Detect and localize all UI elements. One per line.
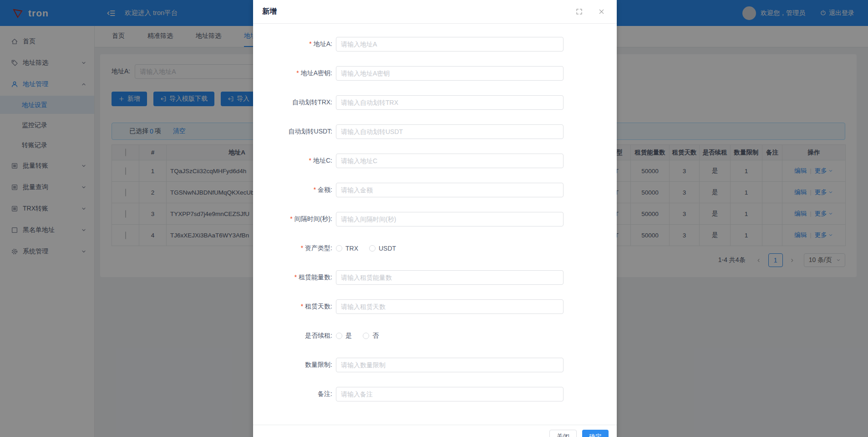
form-row-12: 备注:	[253, 387, 617, 401]
field-input[interactable]	[336, 124, 563, 139]
form-row-5: *金额:	[253, 183, 617, 197]
field-label: *地址C:	[253, 157, 332, 165]
radio-circle-icon[interactable]	[369, 245, 376, 252]
radio-option-label: TRX	[345, 245, 358, 252]
form-row-2: 自动划转TRX:	[253, 95, 617, 110]
form-row-8: *租赁能量数:	[253, 270, 617, 285]
required-marker: *	[296, 69, 299, 77]
field-input[interactable]	[336, 358, 563, 372]
field-label: 备注:	[253, 390, 332, 398]
required-marker: *	[314, 186, 316, 193]
modal-footer: 关闭 确定	[253, 425, 617, 437]
field-control	[336, 270, 563, 285]
modal-title: 新增	[262, 7, 277, 16]
field-control	[336, 299, 563, 314]
radio-circle-icon[interactable]	[336, 245, 342, 252]
form-row-0: *地址A:	[253, 37, 617, 51]
form-row-11: 数量限制:	[253, 358, 617, 372]
radio-circle-icon[interactable]	[336, 333, 342, 339]
field-input[interactable]	[336, 37, 563, 51]
field-label: *租赁能量数:	[253, 273, 332, 282]
field-input[interactable]	[336, 95, 563, 110]
field-input[interactable]	[336, 270, 563, 285]
cancel-button[interactable]: 关闭	[549, 430, 577, 437]
required-marker: *	[301, 303, 303, 310]
field-label-text: 地址A:	[314, 40, 332, 47]
field-control	[336, 387, 563, 401]
close-glyph	[598, 8, 605, 15]
radio-option-1[interactable]: USDT	[369, 245, 396, 252]
modal-tools	[573, 5, 608, 18]
field-label-text: 租赁能量数:	[299, 273, 332, 281]
radio-option-0[interactable]: 是	[336, 332, 352, 340]
field-label-text: 数量限制:	[305, 361, 332, 368]
close-icon[interactable]	[595, 5, 608, 18]
form-row-10: 是否续租:是否	[253, 329, 617, 343]
field-input[interactable]	[336, 154, 563, 168]
field-label: *资产类型:	[253, 244, 332, 252]
field-label: 数量限制:	[253, 361, 332, 369]
field-label: 自动划转USDT:	[253, 128, 332, 136]
app-root: tron 欢迎进入 tron平台 欢迎您，管理员 退出登录 首页地址筛选地址管理…	[0, 0, 868, 437]
field-label-text: 金额:	[318, 186, 332, 193]
radio-option-0[interactable]: TRX	[336, 245, 358, 252]
field-label-text: 地址C:	[313, 157, 332, 164]
form-row-1: *地址A密钥:	[253, 66, 617, 81]
field-control	[336, 95, 563, 110]
form-row-9: *租赁天数:	[253, 299, 617, 314]
field-control	[336, 37, 563, 51]
fullscreen-icon[interactable]	[573, 5, 585, 18]
field-control	[336, 66, 563, 81]
modal-header: 新增	[253, 0, 617, 24]
required-marker: *	[309, 157, 311, 164]
required-marker: *	[309, 40, 311, 47]
field-label-text: 自动划转TRX:	[292, 98, 332, 106]
field-control	[336, 183, 563, 197]
field-label: *地址A密钥:	[253, 69, 332, 77]
field-input[interactable]	[336, 299, 563, 314]
add-modal: 新增 *地址A:*地址A密钥:自动划转TRX:自动划转USDT:*地址C:*金额…	[253, 0, 617, 437]
field-control	[336, 154, 563, 168]
field-control: TRXUSDT	[336, 245, 407, 252]
form-row-3: 自动划转USDT:	[253, 124, 617, 139]
modal-form: *地址A:*地址A密钥:自动划转TRX:自动划转USDT:*地址C:*金额:*间…	[253, 24, 617, 401]
expand-glyph	[576, 8, 583, 15]
field-input[interactable]	[336, 387, 563, 401]
field-label: *租赁天数:	[253, 303, 332, 311]
form-row-6: *间隔时间(秒):	[253, 212, 617, 226]
field-label-text: 间隔时间(秒):	[294, 215, 332, 222]
radio-option-label: 否	[372, 332, 379, 340]
required-marker: *	[290, 215, 292, 222]
field-label-text: 备注:	[318, 390, 332, 397]
field-control: 是否	[336, 332, 390, 340]
required-marker: *	[301, 244, 303, 252]
radio-option-label: 是	[345, 332, 352, 340]
required-marker: *	[294, 273, 297, 281]
radio-option-label: USDT	[379, 245, 396, 252]
field-label-text: 自动划转USDT:	[289, 128, 332, 135]
field-control	[336, 212, 563, 226]
field-label-text: 租赁天数:	[305, 303, 332, 310]
field-label: *间隔时间(秒):	[253, 215, 332, 223]
field-control	[336, 358, 563, 372]
form-row-7: *资产类型:TRXUSDT	[253, 241, 617, 256]
field-label: 自动划转TRX:	[253, 98, 332, 107]
radio-circle-icon[interactable]	[363, 333, 369, 339]
field-label-text: 地址A密钥:	[301, 69, 332, 77]
radio-option-1[interactable]: 否	[363, 332, 379, 340]
field-label: *金额:	[253, 186, 332, 194]
field-label: *地址A:	[253, 40, 332, 48]
field-label-text: 资产类型:	[305, 244, 332, 252]
field-input[interactable]	[336, 183, 563, 197]
field-label: 是否续租:	[253, 332, 332, 340]
confirm-button[interactable]: 确定	[582, 430, 609, 437]
field-control	[336, 124, 563, 139]
field-input[interactable]	[336, 212, 563, 226]
field-label-text: 是否续租:	[305, 332, 332, 339]
field-input[interactable]	[336, 66, 563, 81]
form-row-4: *地址C:	[253, 154, 617, 168]
